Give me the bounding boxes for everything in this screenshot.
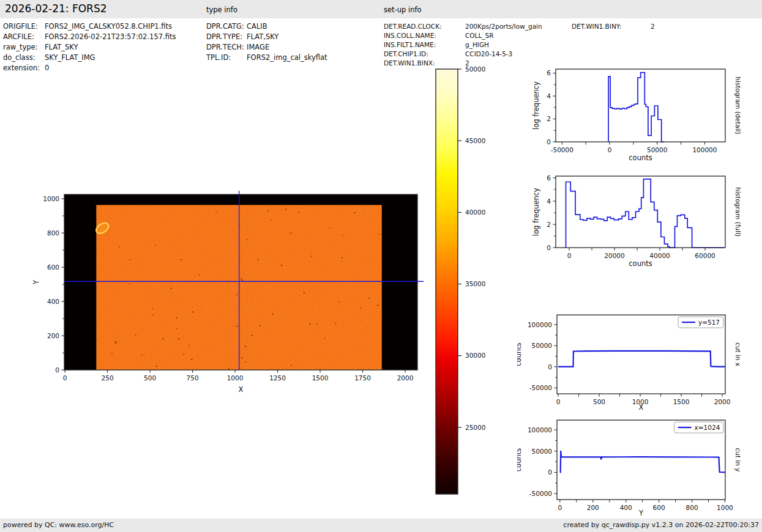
- field-value: FORS2_IMG_CALSKY052.8.CHIP1.fits: [45, 21, 172, 32]
- type-info-row: DPR.TECH:IMAGE: [206, 42, 327, 53]
- file-info-panel: ORIGFILE:FORS2_IMG_CALSKY052.8.CHIP1.fit…: [3, 21, 176, 73]
- svg-text:2: 2: [547, 221, 551, 228]
- field-label: INS.FILT1.NAME:: [384, 40, 465, 50]
- field-label: do_class:: [3, 53, 45, 63]
- svg-text:500: 500: [593, 398, 605, 405]
- svg-text:35000: 35000: [465, 280, 485, 287]
- field-label: DET.WIN1.BINY:: [572, 22, 651, 31]
- svg-text:log frequency: log frequency: [532, 188, 540, 236]
- file-info-row: ARCFILE:FORS2.2026-02-21T23:57:02.157.fi…: [3, 32, 176, 42]
- histogram-detail-plot: -500000500001000000246countslog frequenc…: [522, 60, 762, 170]
- type-info-section-label: type info: [206, 6, 237, 14]
- file-info-row: extension:0: [3, 63, 176, 73]
- svg-text:1750: 1750: [354, 374, 371, 382]
- svg-text:4: 4: [547, 92, 551, 100]
- svg-text:-50000: -50000: [551, 146, 573, 153]
- field-label: DET.CHIP1.ID:: [384, 50, 465, 59]
- svg-text:counts: counts: [629, 259, 652, 268]
- svg-text:0: 0: [55, 366, 59, 374]
- field-value: 2: [651, 22, 655, 31]
- svg-text:100000: 100000: [528, 426, 552, 434]
- svg-text:x=1024: x=1024: [695, 424, 720, 431]
- svg-text:Y: Y: [32, 279, 40, 285]
- type-info-panel: DPR.CATG:CALIB DPR.TYPE:FLAT,SKY DPR.TEC…: [206, 21, 327, 63]
- footer-powered-by: powered by QC: www.eso.org/HC: [3, 521, 114, 529]
- field-label: ORIGFILE:: [3, 21, 45, 32]
- svg-text:Y: Y: [638, 509, 644, 517]
- svg-text:50000: 50000: [465, 65, 485, 73]
- svg-text:1500: 1500: [673, 398, 690, 405]
- svg-text:y=517: y=517: [698, 319, 720, 326]
- svg-text:100000: 100000: [692, 146, 717, 153]
- svg-text:-50000: -50000: [529, 490, 552, 497]
- footer-created-by: created by qc_rawdisp.py v1.2.3 on 2026-…: [563, 521, 759, 529]
- svg-text:750: 750: [187, 374, 199, 382]
- setup-info-section-label: set-up info: [384, 6, 422, 14]
- svg-text:-50000: -50000: [529, 384, 552, 391]
- svg-text:60000: 60000: [695, 252, 715, 259]
- footer-bar: powered by QC: www.eso.org/HC created by…: [0, 519, 762, 532]
- type-info-row: DPR.CATG:CALIB: [206, 21, 327, 32]
- svg-text:0: 0: [556, 398, 561, 405]
- field-value: FORS2_img_cal_skyflat: [247, 53, 327, 63]
- setup-info-row: DET.WIN1.BINY:2: [572, 22, 655, 31]
- field-label: DET.READ.CLOCK:: [384, 22, 465, 31]
- svg-text:4: 4: [547, 198, 551, 205]
- svg-text:400: 400: [47, 298, 59, 305]
- svg-text:50000: 50000: [532, 342, 552, 349]
- svg-text:6: 6: [547, 69, 551, 76]
- svg-text:0: 0: [63, 374, 67, 382]
- svg-text:0: 0: [547, 138, 551, 146]
- svg-text:45000: 45000: [465, 137, 485, 144]
- svg-text:600: 600: [653, 504, 665, 511]
- svg-text:2: 2: [547, 115, 551, 122]
- field-value: FLAT_SKY: [45, 42, 78, 53]
- setup-info-panel-right: DET.WIN1.BINY:2: [572, 22, 655, 31]
- svg-text:1250: 1250: [269, 374, 286, 382]
- field-value: 0: [45, 63, 49, 73]
- svg-text:cut in y: cut in y: [734, 448, 742, 471]
- field-value: 200Kps/2ports/low_gain: [465, 22, 542, 31]
- setup-info-row: DET.CHIP1.ID:CCID20-14-5-3: [384, 50, 542, 59]
- file-info-row: do_class:SKY_FLAT_IMG: [3, 53, 176, 63]
- setup-info-panel: DET.READ.CLOCK:200Kps/2ports/low_gain IN…: [384, 22, 542, 68]
- svg-text:X: X: [239, 385, 244, 394]
- field-label: TPL.ID:: [206, 53, 247, 63]
- header-bar: 2026-02-21: FORS2 type info set-up info: [0, 0, 762, 18]
- cut-in-x-plot: 0500100015002000-50000050000100000Xcount…: [517, 306, 762, 413]
- field-label: ARCFILE:: [3, 32, 45, 42]
- svg-text:counts: counts: [629, 153, 652, 162]
- svg-text:X: X: [639, 403, 644, 412]
- field-value: IMAGE: [247, 42, 269, 53]
- svg-text:50000: 50000: [647, 146, 667, 153]
- svg-text:counts: counts: [517, 448, 523, 471]
- svg-text:2000: 2000: [397, 374, 414, 382]
- svg-text:200: 200: [587, 504, 599, 511]
- svg-text:20000: 20000: [604, 252, 624, 259]
- svg-text:0: 0: [547, 244, 551, 251]
- field-value: g_HIGH: [465, 40, 489, 50]
- field-label: DPR.TECH:: [206, 42, 247, 53]
- type-info-row: DPR.TYPE:FLAT,SKY: [206, 32, 327, 42]
- svg-text:0: 0: [558, 504, 562, 511]
- svg-text:40000: 40000: [649, 252, 670, 259]
- svg-text:100000: 100000: [528, 321, 552, 328]
- page-title: 2026-02-21: FORS2: [5, 2, 107, 15]
- field-value: CCID20-14-5-3: [465, 50, 512, 59]
- setup-info-row: DET.READ.CLOCK:200Kps/2ports/low_gain: [384, 22, 542, 31]
- file-info-row: ORIGFILE:FORS2_IMG_CALSKY052.8.CHIP1.fit…: [3, 21, 176, 32]
- svg-text:histogram (detail): histogram (detail): [734, 76, 742, 134]
- field-value: COLL_SR: [465, 31, 494, 40]
- svg-text:400: 400: [620, 504, 632, 511]
- svg-text:2000: 2000: [714, 398, 731, 405]
- setup-info-row: INS.COLL.NAME:COLL_SR: [384, 31, 542, 40]
- main-image-plot: 0250500750100012501500175020000200400600…: [24, 183, 428, 407]
- field-label: extension:: [3, 63, 45, 73]
- field-value: SKY_FLAT_IMG: [45, 53, 95, 63]
- svg-text:200: 200: [47, 332, 59, 339]
- field-label: raw_type:: [3, 42, 45, 53]
- cut-in-y-plot: 02004006008001000-50000050000100000Ycoun…: [517, 411, 762, 518]
- svg-text:0: 0: [548, 363, 552, 371]
- svg-text:1000: 1000: [227, 374, 244, 382]
- svg-text:0: 0: [548, 468, 552, 476]
